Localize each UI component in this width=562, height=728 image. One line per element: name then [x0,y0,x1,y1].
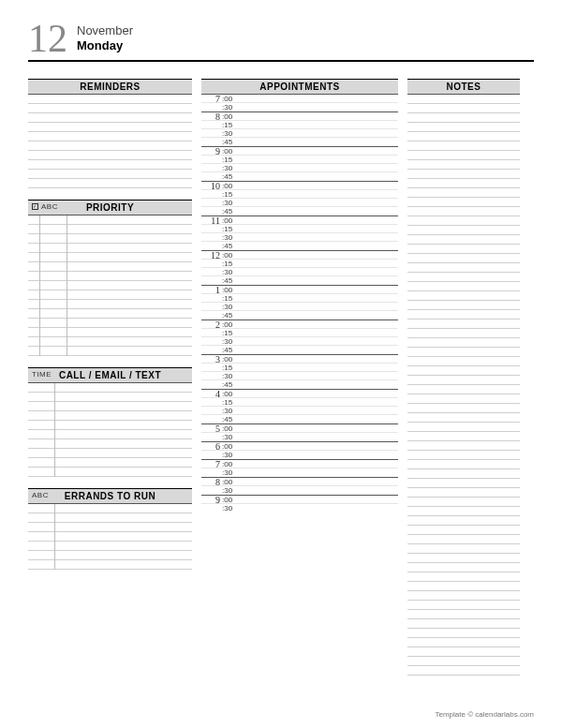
hour-label: 9 [201,496,222,503]
hour-block: 9:00:15:30:45 [201,146,398,181]
time-slot[interactable]: :30 [201,433,398,441]
slot-line [239,346,398,354]
hour-label: 12 [201,251,222,259]
slot-line [239,451,398,459]
time-slot[interactable]: 4:00 [201,390,398,398]
hour-label: 8 [201,112,222,120]
time-slot[interactable]: :45 [201,138,398,146]
minute-label: :30 [222,268,239,275]
time-slot[interactable]: :15 [201,260,398,268]
errands-sublabel: ABC [32,491,49,499]
time-slot[interactable]: :15 [201,121,398,129]
hour-label [201,451,222,459]
time-slot[interactable]: :30 [201,486,398,495]
hour-label [201,364,222,371]
slot-line [239,311,398,319]
time-slot[interactable]: 7:00 [201,460,398,468]
time-slot[interactable]: 9:00 [201,147,398,156]
time-slot[interactable]: 5:00 [201,424,398,433]
time-slot[interactable]: 12:00 [201,251,398,260]
time-slot[interactable]: :45 [201,415,398,423]
time-slot[interactable]: 10:00 [201,182,398,190]
time-slot[interactable]: 3:00 [201,355,398,364]
time-slot[interactable]: :30 [201,407,398,415]
left-column: REMINDERS ✓ ABC PRIORITY TIME CALL / EMA… [28,79,192,570]
hour-label: 7 [201,460,222,468]
date-text: November Monday [77,23,133,52]
time-slot[interactable]: :15 [201,294,398,303]
time-slot[interactable]: :30 [201,468,398,477]
time-slot[interactable]: 6:00 [201,442,398,451]
hour-label: 7 [201,95,222,102]
hour-label [201,156,222,163]
time-slot[interactable]: :15 [201,364,398,372]
priority-body[interactable] [28,215,192,356]
hour-label [201,329,222,336]
time-slot[interactable]: :30 [201,504,398,513]
time-slot[interactable]: 7:00 [201,95,398,103]
slot-line [239,286,398,293]
time-slot[interactable]: :45 [201,276,398,285]
minute-label: :00 [222,460,239,468]
slot-line [239,103,398,111]
time-slot[interactable]: :15 [201,398,398,407]
slot-line [239,156,398,163]
time-slot[interactable]: :30 [201,451,398,459]
hour-label: 4 [201,390,222,397]
minute-label: :30 [222,433,239,441]
time-slot[interactable]: :45 [201,172,398,181]
call-header: TIME CALL / EMAIL / TEXT [28,367,192,383]
notes-body[interactable] [407,95,520,681]
minute-label: :00 [222,95,239,102]
time-slot[interactable]: :30 [201,233,398,242]
time-slot[interactable]: :30 [201,372,398,380]
reminders-body[interactable] [28,95,192,188]
minute-label: :30 [222,103,239,111]
time-slot[interactable]: :30 [201,303,398,311]
hour-label [201,121,222,128]
time-slot[interactable]: :15 [201,225,398,233]
slot-line [239,364,398,371]
time-slot[interactable]: :15 [201,156,398,164]
time-slot[interactable]: 2:00 [201,320,398,329]
appointments-body[interactable]: 7:00:308:00:15:30:459:00:15:30:4510:00:1… [201,95,398,513]
slot-line [239,138,398,146]
time-slot[interactable]: :30 [201,337,398,346]
time-slot[interactable]: :45 [201,207,398,215]
time-slot[interactable]: 8:00 [201,112,398,121]
time-slot[interactable]: :30 [201,129,398,138]
time-slot[interactable]: :15 [201,329,398,337]
hour-block: 8:00:30 [201,477,398,495]
minute-label: :00 [222,182,239,189]
slot-line [239,478,398,485]
slot-line [239,95,398,102]
hour-label [201,337,222,345]
minute-label: :00 [222,355,239,363]
call-title: CALL / EMAIL / TEXT [59,370,161,380]
time-slot[interactable]: :30 [201,103,398,111]
hour-block: 2:00:15:30:45 [201,319,398,354]
date-weekday: Monday [77,38,133,53]
slot-line [239,380,398,389]
time-slot[interactable]: :30 [201,199,398,207]
time-slot[interactable]: :45 [201,346,398,354]
time-slot[interactable]: 11:00 [201,216,398,225]
minute-label: :30 [222,199,239,206]
time-slot[interactable]: :45 [201,242,398,250]
errands-body[interactable] [28,504,192,570]
time-slot[interactable]: 8:00 [201,478,398,486]
appointments-column: APPOINTMENTS 7:00:308:00:15:30:459:00:15… [201,79,398,513]
minute-label: :15 [222,364,239,371]
call-body[interactable] [28,383,192,477]
time-slot[interactable]: 1:00 [201,286,398,294]
time-slot[interactable]: 9:00 [201,496,398,504]
time-slot[interactable]: :45 [201,311,398,319]
hour-label [201,242,222,250]
hour-block: 6:00:30 [201,441,398,459]
time-slot[interactable]: :45 [201,380,398,389]
time-slot[interactable]: :30 [201,268,398,276]
date-header: 12 November Monday [28,19,534,62]
time-slot[interactable]: :15 [201,190,398,199]
hour-label: 10 [201,182,222,189]
time-slot[interactable]: :30 [201,164,398,172]
